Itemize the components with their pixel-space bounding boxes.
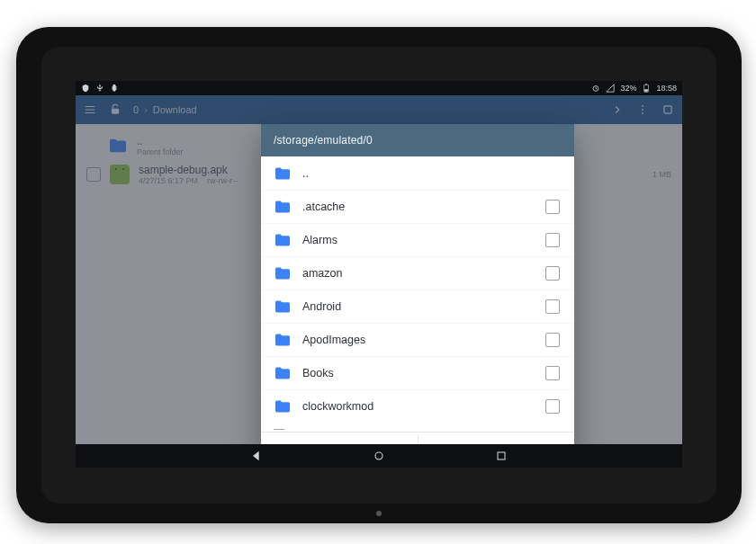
- checkbox[interactable]: [545, 299, 560, 314]
- svg-rect-3: [645, 89, 649, 92]
- dialog-item-partial: —: [261, 423, 574, 432]
- battery-pct: 32%: [620, 84, 636, 93]
- folder-icon: [274, 233, 292, 247]
- dialog-item[interactable]: clockworkmod: [261, 389, 574, 423]
- folder-icon: [274, 166, 292, 181]
- usb-icon: [95, 84, 104, 93]
- folder-icon: [274, 299, 292, 314]
- dialog-item-up[interactable]: ..: [261, 156, 574, 190]
- screen: 32% 18:58 0 › Download: [76, 81, 682, 468]
- dialog-title: /storage/emulated/0: [261, 124, 574, 156]
- checkbox[interactable]: [545, 333, 560, 347]
- checkbox[interactable]: [545, 366, 560, 380]
- svg-rect-2: [646, 84, 648, 85]
- dialog-item[interactable]: ApodImages: [261, 323, 574, 356]
- dialog-item[interactable]: Alarms: [261, 223, 574, 256]
- dialog-item-label: amazon: [302, 267, 535, 280]
- alarm-icon: [591, 84, 600, 93]
- dialog-item-label: Alarms: [302, 234, 535, 246]
- tablet-frame: 32% 18:58 0 › Download: [16, 27, 742, 523]
- bezel-led: [376, 511, 382, 516]
- dialog-item-label: clockworkmod: [302, 400, 535, 413]
- folder-icon: [274, 200, 292, 214]
- checkbox[interactable]: [545, 266, 560, 281]
- dialog-item-label: Android: [302, 300, 535, 313]
- dialog-item[interactable]: .atcache: [261, 190, 574, 223]
- checkbox[interactable]: [545, 399, 560, 414]
- nav-back-icon[interactable]: [249, 449, 264, 463]
- dialog-item[interactable]: amazon: [261, 256, 574, 290]
- folder-icon: [274, 366, 292, 380]
- nav-home-icon[interactable]: [372, 449, 386, 463]
- dialog-item[interactable]: Android: [261, 290, 574, 323]
- folder-icon: [274, 399, 292, 414]
- nav-recent-icon[interactable]: [494, 449, 508, 463]
- checkbox[interactable]: [545, 233, 560, 247]
- folder-picker-dialog: /storage/emulated/0 .. .atcache Alarms: [261, 124, 574, 467]
- cellular-off-icon: [606, 84, 615, 93]
- svg-point-9: [375, 452, 382, 459]
- status-bar: 32% 18:58: [76, 81, 682, 95]
- checkbox[interactable]: [545, 200, 560, 214]
- clock: 18:58: [656, 84, 677, 93]
- bug-icon: [110, 84, 119, 93]
- dialog-item-label: Books: [302, 367, 535, 379]
- battery-icon: [642, 84, 651, 93]
- folder-icon: [274, 266, 292, 281]
- svg-rect-10: [498, 452, 505, 459]
- dialog-item-label: .atcache: [302, 201, 535, 213]
- folder-icon: [274, 333, 292, 347]
- nav-bar: [76, 444, 682, 468]
- dialog-list[interactable]: .. .atcache Alarms amazon: [261, 156, 574, 423]
- dialog-item-label: ApodImages: [302, 334, 535, 346]
- dialog-item[interactable]: Books: [261, 356, 574, 389]
- perm-icon: [81, 84, 90, 93]
- dialog-item-label: ..: [302, 167, 535, 180]
